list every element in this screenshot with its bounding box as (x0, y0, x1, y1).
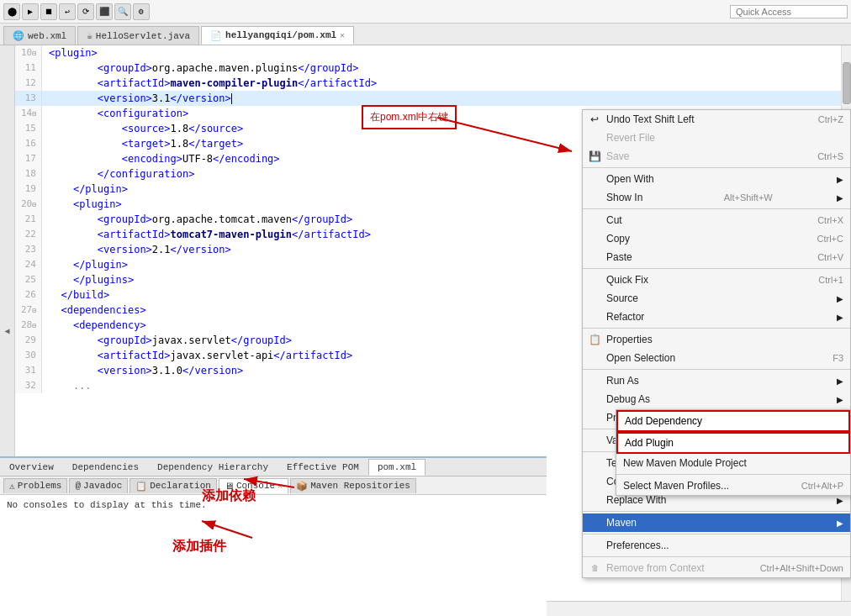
menu-run-as-label: Run As (606, 375, 639, 387)
bottom-tab-effective-pom[interactable]: Effective POM (278, 459, 368, 476)
console-close-icon[interactable]: ✕ (278, 481, 283, 491)
code-line-10: 10⊟ <plugin> (15, 45, 841, 61)
save-icon: 💾 (586, 150, 603, 162)
menu-remove-from-context[interactable]: 🗑 Remove from Context Ctrl+Alt+Shift+Dow… (583, 559, 850, 577)
submenu-add-dependency[interactable]: Add Dependency (616, 410, 850, 432)
sep-3 (583, 268, 850, 269)
menu-cut-shortcut: Ctrl+X (801, 215, 843, 225)
bottom-tab-dependencies[interactable]: Dependencies (63, 459, 148, 476)
show-in-arrow: ▶ (837, 193, 843, 203)
toolbar-btn-3[interactable]: ⏹ (40, 3, 57, 20)
bottom-tab-effective-pom-label: Effective POM (287, 462, 359, 472)
line-num-19: 19 (15, 182, 42, 197)
tab-web-xml-label: web.xml (28, 31, 66, 41)
menu-show-in-label: Show In (606, 192, 642, 203)
toolbar-btn-4[interactable]: ↩ (59, 3, 76, 20)
v-scrollbar-thumb[interactable] (843, 62, 851, 104)
pom-xml-icon: 📄 (210, 30, 222, 41)
line-num-15: 15 (15, 121, 42, 136)
run-as-arrow: ▶ (837, 376, 843, 386)
tab-pom-xml-label: hellyangqiqi/pom.xml (225, 30, 336, 40)
menu-source[interactable]: Source ▶ (583, 289, 850, 308)
menu-save-shortcut: Ctrl+S (801, 151, 843, 161)
line-num-25: 25 (15, 272, 42, 287)
menu-refactor[interactable]: Refactor ▶ (583, 308, 850, 326)
add-plugin-label: Add Plugin (625, 437, 674, 449)
properties-icon: 📋 (586, 334, 603, 345)
context-menu: ↩ Undo Text Shift Left Ctrl+Z Revert Fil… (582, 109, 851, 578)
menu-revert-label: Revert File (606, 132, 655, 144)
line-num-10: 10⊟ (15, 45, 42, 61)
editor-tab-bar: 🌐 web.xml ☕ HelloServlet.java 📄 hellyang… (0, 24, 851, 45)
sep-4 (583, 328, 850, 329)
line-num-17: 17 (15, 151, 42, 166)
menu-save[interactable]: 💾 Save Ctrl+S (583, 147, 850, 166)
menu-cut[interactable]: Cut Ctrl+X (583, 211, 850, 229)
menu-source-label: Source (606, 292, 638, 304)
menu-refactor-label: Refactor (606, 311, 644, 323)
tab-pom-xml[interactable]: 📄 hellyangqiqi/pom.xml ✕ (201, 26, 354, 45)
quick-access-input[interactable] (730, 5, 848, 18)
menu-properties[interactable]: 📋 Properties (583, 330, 850, 349)
sep-1 (583, 167, 850, 168)
line-num-24: 24 (15, 257, 42, 272)
menu-paste[interactable]: Paste Ctrl+V (583, 248, 850, 266)
toolbar-btn-6[interactable]: ⬛ (96, 3, 113, 20)
sep-5 (583, 369, 850, 370)
menu-replace-with-label: Replace With (606, 494, 666, 506)
toolbar-btn-1[interactable]: ⬤ (3, 3, 20, 20)
line-num-13: 13 (15, 91, 42, 106)
submenu-add-plugin[interactable]: Add Plugin (616, 432, 850, 454)
menu-maven[interactable]: Maven ▶ (583, 513, 850, 532)
line-num-22: 22 (15, 227, 42, 242)
code-line-13: 13 <version>3.1</version> (15, 91, 841, 106)
source-arrow: ▶ (837, 294, 843, 303)
code-line-12: 12 <artifactId>maven-compiler-plugin</ar… (15, 76, 841, 91)
toolbar-btn-8[interactable]: ⚙ (133, 3, 150, 20)
bottom-tab-pom-xml-label: pom.xml (378, 462, 416, 472)
toolbar-btn-2[interactable]: ▶ (22, 3, 39, 20)
toolbar-buttons: ⬤ ▶ ⏹ ↩ ⟳ ⬛ 🔍 ⚙ (3, 3, 150, 20)
bottom-tab-bar: Overview Dependencies Dependency Hierarc… (0, 458, 547, 476)
menu-debug-as-label: Debug As (606, 393, 650, 405)
problems-label: Problems (18, 481, 62, 491)
menu-run-as[interactable]: Run As ▶ (583, 371, 850, 390)
hello-servlet-icon: ☕ (87, 30, 92, 41)
submenu-select-profiles[interactable]: Select Maven Profiles... Ctrl+Alt+P (616, 476, 850, 495)
bottom-tab-overview[interactable]: Overview (0, 459, 63, 476)
console-tab-bar: ⚠ Problems @ Javadoc 📋 Declaration 🖥 Con… (0, 476, 547, 495)
menu-show-in[interactable]: Show In Alt+Shift+W ▶ (583, 188, 850, 207)
javadoc-icon: @ (75, 481, 81, 491)
bottom-tab-dep-hierarchy[interactable]: Dependency Hierarchy (148, 459, 278, 476)
open-with-arrow: ▶ (837, 175, 843, 184)
replace-with-arrow: ▶ (837, 496, 843, 505)
menu-preferences[interactable]: Preferences... (583, 536, 850, 555)
console-tab-maven-repos[interactable]: 📦 Maven Repositories (290, 478, 416, 493)
menu-paste-label: Paste (606, 251, 632, 263)
bottom-tab-pom-xml[interactable]: pom.xml (368, 459, 426, 476)
console-tab-javadoc[interactable]: @ Javadoc (69, 478, 128, 493)
declaration-icon: 📋 (135, 481, 147, 492)
console-message: No consoles to display at this time. (7, 500, 207, 510)
close-tab-icon[interactable]: ✕ (340, 30, 345, 40)
menu-open-selection[interactable]: Open Selection F3 (583, 349, 850, 367)
menu-open-with-label: Open With (606, 173, 654, 185)
undo-icon: ↩ (586, 113, 603, 125)
line-num-27: 27⊟ (15, 303, 42, 318)
console-tab-problems[interactable]: ⚠ Problems (3, 478, 67, 493)
line-code-12: <artifactId>maven-compiler-plugin</artif… (42, 76, 841, 91)
menu-undo-text-shift[interactable]: ↩ Undo Text Shift Left Ctrl+Z (583, 110, 850, 129)
menu-copy[interactable]: Copy Ctrl+C (583, 229, 850, 248)
menu-quick-fix[interactable]: Quick Fix Ctrl+1 (583, 271, 850, 289)
menu-open-with[interactable]: Open With ▶ (583, 170, 850, 188)
top-toolbar: ⬤ ▶ ⏹ ↩ ⟳ ⬛ 🔍 ⚙ (0, 0, 851, 24)
toolbar-btn-5[interactable]: ⟳ (77, 3, 94, 20)
line-num-16: 16 (15, 136, 42, 151)
menu-debug-as[interactable]: Debug As ▶ (583, 390, 850, 408)
tab-web-xml[interactable]: 🌐 web.xml (3, 26, 76, 45)
toolbar-btn-7[interactable]: 🔍 (114, 3, 131, 20)
menu-revert-file[interactable]: Revert File (583, 129, 850, 147)
web-xml-icon: 🌐 (13, 30, 24, 41)
submenu-new-maven-module[interactable]: New Maven Module Project (616, 454, 850, 472)
tab-hello-servlet[interactable]: ☕ HelloServlet.java (77, 26, 199, 45)
